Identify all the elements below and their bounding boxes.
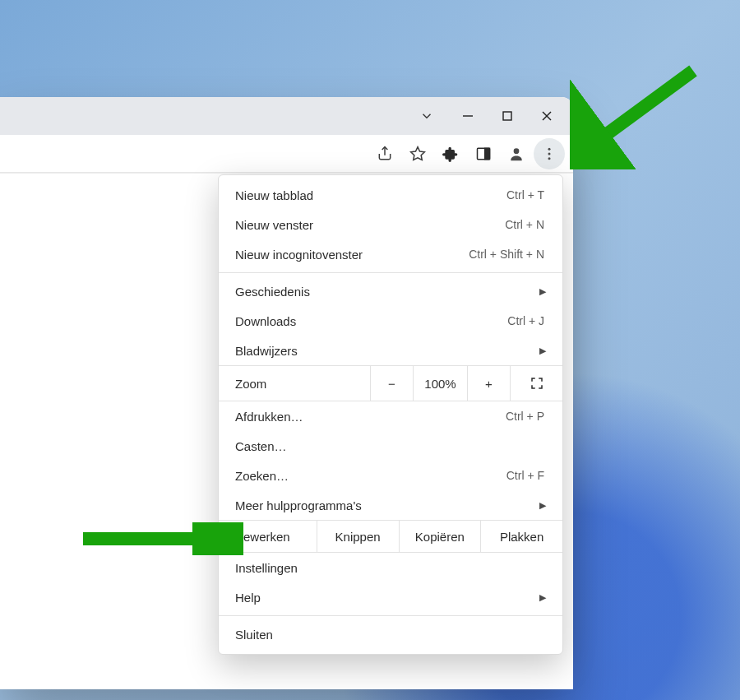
menu-item-shortcut: Ctrl + Shift + N xyxy=(469,248,544,261)
submenu-arrow-icon: ▶ xyxy=(539,345,546,356)
menu-item-label: Nieuw incognitovenster xyxy=(235,248,469,262)
menu-item-downloads[interactable]: Downloads Ctrl + J xyxy=(219,306,562,336)
svg-point-10 xyxy=(548,152,551,155)
menu-item-find[interactable]: Zoeken… Ctrl + F xyxy=(219,461,562,490)
submenu-arrow-icon: ▶ xyxy=(539,592,546,603)
tablist-chevron-icon[interactable] xyxy=(412,101,442,131)
zoom-level: 100% xyxy=(413,365,467,401)
menu-item-label: Afdrukken… xyxy=(235,410,506,424)
menu-item-history[interactable]: Geschiedenis ▶ xyxy=(219,276,562,306)
menu-item-new-incognito[interactable]: Nieuw incognitovenster Ctrl + Shift + N xyxy=(219,239,562,269)
fullscreen-icon[interactable] xyxy=(510,365,562,401)
window-minimize-button[interactable] xyxy=(448,97,488,135)
edit-cut-button[interactable]: Knippen xyxy=(317,521,399,552)
svg-marker-5 xyxy=(411,146,425,160)
bookmark-star-icon[interactable] xyxy=(402,138,433,169)
edit-label: Bewerken xyxy=(219,521,317,552)
share-icon[interactable] xyxy=(369,138,400,169)
menu-item-print[interactable]: Afdrukken… Ctrl + P xyxy=(219,401,562,431)
menu-item-cast[interactable]: Casten… xyxy=(219,431,562,461)
menu-item-help[interactable]: Help ▶ xyxy=(219,582,562,612)
zoom-out-button[interactable]: − xyxy=(370,365,413,401)
menu-item-new-tab[interactable]: Nieuw tabblad Ctrl + T xyxy=(219,180,562,210)
menu-item-shortcut: Ctrl + T xyxy=(506,188,544,202)
toolbar xyxy=(0,135,573,173)
tab-strip xyxy=(0,97,573,135)
menu-item-label: Geschiedenis xyxy=(235,285,539,299)
menu-item-settings[interactable]: Instellingen xyxy=(219,553,562,582)
menu-item-label: Nieuw venster xyxy=(235,218,505,232)
menu-item-label: Meer hulpprogramma's xyxy=(235,498,539,512)
edit-paste-button[interactable]: Plakken xyxy=(480,521,562,552)
menu-item-label: Zoeken… xyxy=(235,469,506,483)
menu-item-label: Help xyxy=(235,591,539,605)
profile-icon[interactable] xyxy=(501,138,532,169)
menu-item-zoom: Zoom − 100% + xyxy=(219,365,562,401)
menu-item-bookmarks[interactable]: Bladwijzers ▶ xyxy=(219,336,562,365)
menu-item-more-tools[interactable]: Meer hulpprogramma's ▶ xyxy=(219,490,562,520)
menu-item-new-window[interactable]: Nieuw venster Ctrl + N xyxy=(219,210,562,239)
menu-item-label: Sluiten xyxy=(235,628,546,642)
menu-item-shortcut: Ctrl + P xyxy=(506,410,544,423)
kebab-menu-icon[interactable] xyxy=(534,138,565,169)
submenu-arrow-icon: ▶ xyxy=(539,500,546,511)
menu-item-label: Bladwijzers xyxy=(235,344,539,358)
menu-item-exit[interactable]: Sluiten xyxy=(219,619,562,649)
svg-rect-7 xyxy=(485,148,490,159)
menu-item-shortcut: Ctrl + J xyxy=(507,314,544,327)
annotation-arrow-top xyxy=(570,63,710,169)
menu-item-label: Instellingen xyxy=(235,561,546,575)
side-panel-icon[interactable] xyxy=(468,138,499,169)
svg-rect-1 xyxy=(503,112,511,120)
svg-line-13 xyxy=(588,71,693,148)
menu-item-shortcut: Ctrl + F xyxy=(506,469,544,482)
window-close-button[interactable] xyxy=(527,97,567,135)
edit-copy-button[interactable]: Kopiëren xyxy=(399,521,481,552)
window-maximize-button[interactable] xyxy=(488,97,527,135)
menu-item-label: Downloads xyxy=(235,314,507,328)
menu-item-shortcut: Ctrl + N xyxy=(505,218,544,231)
svg-point-8 xyxy=(514,148,520,154)
menu-item-label: Nieuw tabblad xyxy=(235,188,506,202)
chrome-main-menu: Nieuw tabblad Ctrl + T Nieuw venster Ctr… xyxy=(218,174,563,655)
svg-point-9 xyxy=(548,147,551,150)
submenu-arrow-icon: ▶ xyxy=(539,286,546,297)
menu-item-label: Casten… xyxy=(235,439,546,453)
browser-window: Nieuw tabblad Ctrl + T Nieuw venster Ctr… xyxy=(0,97,573,689)
zoom-in-button[interactable]: + xyxy=(467,365,510,401)
menu-item-label: Zoom xyxy=(235,377,370,391)
extensions-icon[interactable] xyxy=(435,138,466,169)
menu-item-edit: Bewerken Knippen Kopiëren Plakken xyxy=(219,520,562,553)
svg-point-11 xyxy=(548,157,551,160)
